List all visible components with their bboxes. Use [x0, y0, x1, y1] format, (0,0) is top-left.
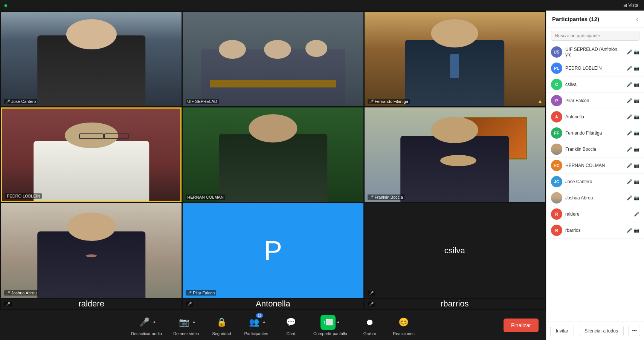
video-cell-joshua[interactable]: 🎤 Joshua Abreu: [1, 203, 182, 298]
panel-close-button[interactable]: ‹: [636, 15, 638, 23]
mic-muted-fernando: 🎤: [369, 100, 374, 104]
icons-pedro: 🎤 📷: [627, 66, 639, 71]
avatar-joshua: [551, 192, 562, 204]
share-label: Compartir pantalla: [313, 331, 347, 336]
video-icon-joshua: 📷: [634, 195, 639, 201]
video-icon-uif: 📷: [634, 49, 639, 55]
invite-button[interactable]: Invitar: [550, 326, 574, 336]
audio-icon: 🎤: [137, 315, 152, 330]
label-raldere: 🎤: [4, 302, 12, 306]
mic-icon-rbarrios: 🎤: [627, 228, 632, 233]
name-joshua: Joshua Abreu: [11, 291, 37, 295]
video-icon-rbarrios: 📷: [634, 228, 639, 233]
toolbar-video[interactable]: 📷 ▲ Detener video: [173, 315, 199, 336]
mic-icon-raldere: 🎤: [634, 211, 639, 217]
video-cell-jose-cantero[interactable]: 🎤 Jose Cantero: [1, 12, 182, 106]
video-cell-uif[interactable]: UIF SEPRELAD: [183, 12, 363, 106]
finalize-button[interactable]: Finalizar: [504, 319, 539, 332]
video-cell-rbarrios[interactable]: rbarrios 🎤: [365, 299, 545, 309]
vista-button[interactable]: ⊞ Vista: [623, 3, 638, 8]
panel-header: Participantes (12) ‹: [546, 11, 644, 28]
mic-icon-fernando: 🎤: [627, 130, 632, 136]
list-item-uif[interactable]: US UIF SEPRELAD (Anfitrión, yo) 🎤 📷: [546, 44, 644, 60]
mic-muted-antonella: 🎤: [187, 302, 192, 306]
video-cell-raldere[interactable]: raldere 🎤: [1, 299, 182, 309]
audio-label: Desactivar audio: [131, 331, 162, 336]
pname-antonella: Antonella: [565, 114, 624, 119]
top-bar: ● ⊞ Vista: [0, 0, 644, 11]
avatar-hernan: HC: [551, 160, 562, 171]
pname-joshua: Joshua Abreu: [565, 195, 624, 201]
toolbar-audio[interactable]: 🎤 ▲ Desactivar audio: [131, 315, 162, 336]
pilar-avatar-container: P: [183, 203, 363, 298]
search-participants-input[interactable]: [551, 31, 639, 41]
list-item-pedro[interactable]: PL PEDRO LOBLEIN 🎤 📷: [546, 60, 644, 77]
participants-arrow[interactable]: ▲: [262, 320, 266, 324]
pname-uif: UIF SEPRELAD (Anfitrión, yo): [565, 47, 624, 57]
avatar-jose: JC: [551, 176, 562, 187]
video-icon-pedro: 📷: [634, 66, 639, 71]
list-item-hernan[interactable]: HC HERNAN COLMAN 🎤 📷: [546, 158, 644, 174]
avatar-csilva: C: [551, 79, 562, 90]
video-cell-franklin[interactable]: 🎤 Franklin Boccia: [365, 107, 545, 202]
avatar-pedro: PL: [551, 63, 562, 74]
list-item-rbarrios[interactable]: R rbarrios 🎤 📷: [546, 222, 644, 239]
name-uif: UIF SEPRELAD: [187, 99, 217, 104]
mic-icon-jose: 🎤: [627, 179, 632, 184]
main-layout: 🎤 Jose Cantero UIF SEPRELAD: [0, 11, 644, 340]
mic-muted-csilva: 🎤: [369, 291, 374, 295]
video-cell-csilva[interactable]: csilva 🎤: [365, 203, 545, 298]
participants-badge: 12: [256, 313, 263, 318]
toolbar-record[interactable]: ⏺ Grabar: [359, 315, 381, 336]
panel-title: Participantes (12): [552, 16, 599, 22]
rbarrios-name-container: rbarrios: [365, 299, 545, 309]
toolbar-participants[interactable]: 👥 12 ▲ Participantes: [244, 315, 268, 336]
icons-csilva: 🎤 📷: [627, 82, 639, 87]
video-cell-fernando[interactable]: 🎤 Fernando Filártiga ▲: [365, 12, 545, 106]
more-options-button[interactable]: •••: [629, 326, 640, 336]
video-arrow[interactable]: ▲: [192, 320, 196, 324]
mute-all-button[interactable]: Silenciar a todos: [579, 326, 624, 336]
pname-fernando: Fernando Filártiga: [565, 130, 624, 136]
video-cell-hernan[interactable]: HERNAN COLMAN: [183, 107, 363, 202]
share-arrow[interactable]: ▲: [336, 320, 340, 324]
mic-muted-rbarrios: 🎤: [369, 302, 374, 306]
list-item-joshua[interactable]: Joshua Abreu 🎤 📷: [546, 190, 644, 206]
panel-footer: Invitar Silenciar a todos •••: [546, 322, 644, 340]
chat-label: Chat: [286, 331, 295, 336]
video-area: 🎤 Jose Cantero UIF SEPRELAD: [0, 11, 546, 340]
list-item-csilva[interactable]: C csilva 🎤 📷: [546, 77, 644, 93]
video-cell-antonella[interactable]: Antonella 🎤: [183, 299, 363, 309]
share-icon: ↑⬜: [320, 315, 336, 330]
video-grid: 🎤 Jose Cantero UIF SEPRELAD: [0, 11, 546, 310]
participants-panel: Participantes (12) ‹ US UIF SEPRELAD (An…: [546, 11, 644, 340]
video-cell-pilar[interactable]: P 🎤 Pilar Falcon: [183, 203, 363, 298]
record-icon: ⏺: [362, 315, 377, 330]
toolbar-share[interactable]: ↑⬜ ▲ Compartir pantalla: [313, 315, 347, 336]
participants-icon: 👥 12: [246, 315, 261, 330]
audio-arrow[interactable]: ▲: [153, 320, 156, 324]
list-item-jose[interactable]: JC Jose Cantero 🎤 📷: [546, 174, 644, 190]
list-item-pilar[interactable]: P Pilar Falcon 🎤 📷: [546, 93, 644, 109]
video-icon-fernando: 📷: [634, 130, 639, 136]
avatar-antonella: A: [551, 111, 562, 123]
video-icon-franklin: 📷: [634, 147, 639, 152]
app-logo: ●: [4, 2, 8, 9]
label-fernando: 🎤 Fernando Filártiga: [368, 99, 410, 104]
toolbar-reactions[interactable]: 😊 Reacciones: [392, 315, 415, 336]
list-item-antonella[interactable]: A Antonella 🎤 📷: [546, 109, 644, 125]
avatar-franklin: [551, 144, 562, 155]
list-item-franklin[interactable]: Franklin Boccia 🎤 📷: [546, 141, 644, 158]
list-item-raldere[interactable]: R raldere 🎤: [546, 206, 644, 222]
icons-pilar: 🎤 📷: [627, 98, 639, 103]
video-icon-pilar: 📷: [634, 98, 639, 103]
toolbar-security[interactable]: 🔒 Seguridad: [210, 315, 233, 336]
label-uif: UIF SEPRELAD: [186, 99, 218, 104]
record-label: Grabar: [363, 331, 376, 336]
avatar-uif: US: [551, 46, 562, 58]
list-item-fernando[interactable]: FF Fernando Filártiga 🎤 📷: [546, 125, 644, 141]
video-cell-pedro[interactable]: PEDRO LOBLEIN: [1, 107, 182, 202]
toolbar-chat[interactable]: 💬 Chat: [279, 315, 302, 336]
pname-franklin: Franklin Boccia: [565, 147, 624, 152]
icons-antonella: 🎤 📷: [627, 114, 639, 119]
